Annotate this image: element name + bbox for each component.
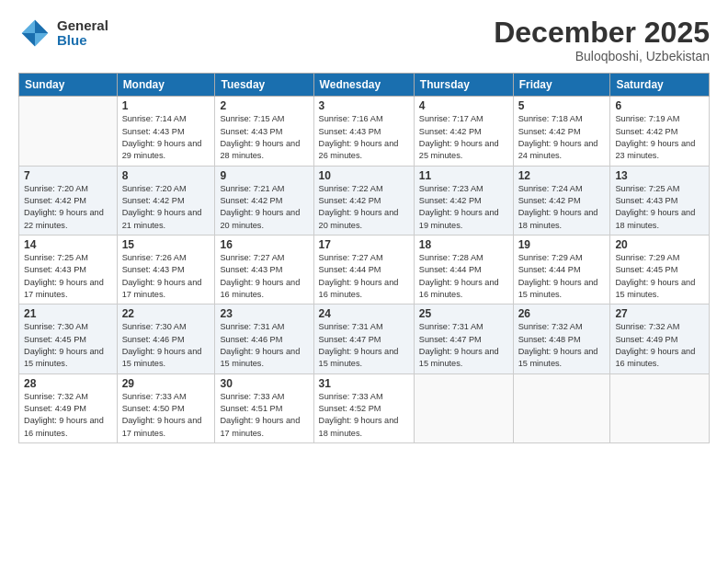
calendar-cell: 4Sunrise: 7:17 AMSunset: 4:42 PMDaylight…	[414, 97, 513, 166]
day-info: Sunrise: 7:32 AMSunset: 4:49 PMDaylight:…	[24, 391, 112, 440]
day-number: 19	[518, 238, 606, 251]
calendar-cell: 7Sunrise: 7:20 AMSunset: 4:42 PMDaylight…	[19, 166, 118, 235]
sunrise-text: Sunrise: 7:17 AM	[419, 113, 508, 125]
header: General Blue December 2025 Buloqboshi, U…	[18, 17, 710, 63]
sunrise-text: Sunrise: 7:26 AM	[122, 252, 210, 264]
sunrise-text: Sunrise: 7:14 AM	[122, 113, 210, 125]
daylight-text: Daylight: 9 hours and 15 minutes.	[24, 346, 112, 371]
sunset-text: Sunset: 4:42 PM	[122, 195, 210, 207]
day-number: 24	[319, 307, 409, 320]
calendar-cell: 12Sunrise: 7:24 AMSunset: 4:42 PMDayligh…	[513, 166, 610, 235]
calendar-cell: 23Sunrise: 7:31 AMSunset: 4:46 PMDayligh…	[215, 304, 313, 373]
day-info: Sunrise: 7:23 AMSunset: 4:42 PMDaylight:…	[419, 183, 508, 232]
day-number: 4	[419, 99, 508, 112]
day-info: Sunrise: 7:33 AMSunset: 4:52 PMDaylight:…	[319, 391, 409, 440]
calendar-cell: 16Sunrise: 7:27 AMSunset: 4:43 PMDayligh…	[215, 235, 313, 304]
sunrise-text: Sunrise: 7:32 AM	[615, 321, 704, 333]
calendar-cell: 25Sunrise: 7:31 AMSunset: 4:47 PMDayligh…	[414, 304, 513, 373]
calendar-cell: 6Sunrise: 7:19 AMSunset: 4:42 PMDaylight…	[610, 97, 710, 166]
location: Buloqboshi, Uzbekistan	[494, 49, 710, 63]
daylight-text: Daylight: 9 hours and 16 minutes.	[220, 277, 308, 302]
sunset-text: Sunset: 4:45 PM	[615, 264, 704, 276]
sunrise-text: Sunrise: 7:29 AM	[615, 252, 704, 264]
day-info: Sunrise: 7:20 AMSunset: 4:42 PMDaylight:…	[24, 183, 112, 232]
calendar-cell: 8Sunrise: 7:20 AMSunset: 4:42 PMDaylight…	[117, 166, 215, 235]
title-block: December 2025 Buloqboshi, Uzbekistan	[494, 17, 710, 63]
day-number: 3	[319, 99, 409, 112]
day-number: 28	[24, 377, 112, 390]
svg-marker-2	[22, 33, 35, 46]
day-number: 7	[24, 169, 112, 182]
calendar-cell: 13Sunrise: 7:25 AMSunset: 4:43 PMDayligh…	[610, 166, 710, 235]
daylight-text: Daylight: 9 hours and 28 minutes.	[220, 138, 308, 163]
sunrise-text: Sunrise: 7:31 AM	[419, 321, 508, 333]
daylight-text: Daylight: 9 hours and 18 minutes.	[615, 207, 704, 232]
sunset-text: Sunset: 4:43 PM	[220, 264, 308, 276]
day-info: Sunrise: 7:32 AMSunset: 4:48 PMDaylight:…	[518, 321, 606, 370]
sunset-text: Sunset: 4:43 PM	[615, 195, 704, 207]
day-info: Sunrise: 7:30 AMSunset: 4:45 PMDaylight:…	[24, 321, 112, 370]
sunset-text: Sunset: 4:43 PM	[24, 264, 112, 276]
day-number: 1	[122, 99, 210, 112]
day-number: 12	[518, 169, 606, 182]
calendar-cell: 31Sunrise: 7:33 AMSunset: 4:52 PMDayligh…	[313, 373, 414, 442]
day-number: 14	[24, 238, 112, 251]
calendar-cell: 29Sunrise: 7:33 AMSunset: 4:50 PMDayligh…	[117, 373, 215, 442]
day-info: Sunrise: 7:31 AMSunset: 4:47 PMDaylight:…	[419, 321, 508, 370]
day-info: Sunrise: 7:29 AMSunset: 4:45 PMDaylight:…	[615, 252, 704, 301]
sunrise-text: Sunrise: 7:20 AM	[122, 183, 210, 195]
day-number: 9	[220, 169, 308, 182]
weekday-header-friday: Friday	[513, 74, 610, 97]
day-info: Sunrise: 7:26 AMSunset: 4:43 PMDaylight:…	[122, 252, 210, 301]
day-number: 23	[220, 307, 308, 320]
sunset-text: Sunset: 4:42 PM	[518, 195, 606, 207]
svg-marker-3	[35, 33, 48, 46]
daylight-text: Daylight: 9 hours and 16 minutes.	[615, 346, 704, 371]
logo-text: General Blue	[57, 18, 108, 49]
day-number: 20	[615, 238, 704, 251]
daylight-text: Daylight: 9 hours and 29 minutes.	[122, 138, 210, 163]
daylight-text: Daylight: 9 hours and 22 minutes.	[24, 207, 112, 232]
logo-blue: Blue	[57, 33, 108, 49]
day-info: Sunrise: 7:20 AMSunset: 4:42 PMDaylight:…	[122, 183, 210, 232]
daylight-text: Daylight: 9 hours and 15 minutes.	[518, 277, 606, 302]
sunrise-text: Sunrise: 7:15 AM	[220, 113, 308, 125]
day-info: Sunrise: 7:15 AMSunset: 4:43 PMDaylight:…	[220, 113, 308, 162]
daylight-text: Daylight: 9 hours and 18 minutes.	[319, 415, 409, 440]
calendar-cell: 15Sunrise: 7:26 AMSunset: 4:43 PMDayligh…	[117, 235, 215, 304]
svg-marker-1	[22, 20, 35, 33]
day-number: 2	[220, 99, 308, 112]
daylight-text: Daylight: 9 hours and 21 minutes.	[122, 207, 210, 232]
sunrise-text: Sunrise: 7:33 AM	[122, 391, 210, 403]
sunrise-text: Sunrise: 7:32 AM	[24, 391, 112, 403]
sunset-text: Sunset: 4:43 PM	[122, 126, 210, 138]
calendar-cell: 28Sunrise: 7:32 AMSunset: 4:49 PMDayligh…	[19, 373, 118, 442]
daylight-text: Daylight: 9 hours and 20 minutes.	[319, 207, 409, 232]
sunset-text: Sunset: 4:42 PM	[518, 126, 606, 138]
sunset-text: Sunset: 4:43 PM	[319, 126, 409, 138]
daylight-text: Daylight: 9 hours and 17 minutes.	[122, 415, 210, 440]
sunset-text: Sunset: 4:49 PM	[24, 403, 112, 415]
day-info: Sunrise: 7:17 AMSunset: 4:42 PMDaylight:…	[419, 113, 508, 162]
day-number: 18	[419, 238, 508, 251]
day-info: Sunrise: 7:31 AMSunset: 4:47 PMDaylight:…	[319, 321, 409, 370]
sunset-text: Sunset: 4:44 PM	[518, 264, 606, 276]
day-number: 30	[220, 377, 308, 390]
sunset-text: Sunset: 4:49 PM	[615, 334, 704, 346]
calendar-week-row: 21Sunrise: 7:30 AMSunset: 4:45 PMDayligh…	[19, 304, 710, 373]
weekday-header-wednesday: Wednesday	[313, 74, 414, 97]
day-info: Sunrise: 7:16 AMSunset: 4:43 PMDaylight:…	[319, 113, 409, 162]
sunrise-text: Sunrise: 7:28 AM	[419, 252, 508, 264]
sunrise-text: Sunrise: 7:19 AM	[615, 113, 704, 125]
day-number: 15	[122, 238, 210, 251]
calendar-cell: 11Sunrise: 7:23 AMSunset: 4:42 PMDayligh…	[414, 166, 513, 235]
logo-general: General	[57, 18, 108, 34]
sunrise-text: Sunrise: 7:25 AM	[615, 183, 704, 195]
daylight-text: Daylight: 9 hours and 16 minutes.	[419, 277, 508, 302]
day-info: Sunrise: 7:25 AMSunset: 4:43 PMDaylight:…	[24, 252, 112, 301]
daylight-text: Daylight: 9 hours and 25 minutes.	[419, 138, 508, 163]
sunset-text: Sunset: 4:43 PM	[220, 126, 308, 138]
day-info: Sunrise: 7:31 AMSunset: 4:46 PMDaylight:…	[220, 321, 308, 370]
sunrise-text: Sunrise: 7:27 AM	[319, 252, 409, 264]
daylight-text: Daylight: 9 hours and 17 minutes.	[220, 415, 308, 440]
